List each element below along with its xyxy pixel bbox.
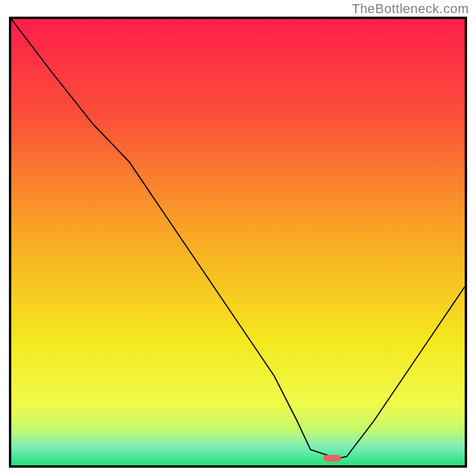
chart-background	[11, 19, 465, 465]
chart-container	[9, 17, 467, 468]
chart-svg	[11, 19, 465, 465]
watermark-text: TheBottleneck.com	[352, 1, 469, 17]
optimal-marker	[323, 455, 341, 461]
